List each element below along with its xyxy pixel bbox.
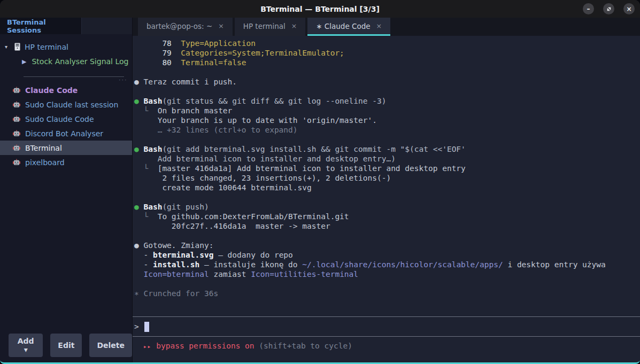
robot-icon <box>13 130 20 137</box>
terminal-line: 78 Type=Application <box>134 38 640 48</box>
tree-item-label: HP terminal <box>25 43 68 51</box>
tab-label: ∗ Claude Code <box>316 22 370 30</box>
terminal-line: 80 Terminal=false <box>134 58 640 67</box>
minimize-button[interactable]: – <box>583 3 594 14</box>
terminal-line: 20fc27f..416da1a master -> master <box>134 221 640 231</box>
sessions-sidebar: BTerminal Sessions ▾ HP terminal ▶ Stock… <box>0 18 133 362</box>
sidebar-buttons: Add ▾ Edit Delete <box>0 334 132 362</box>
terminal-line: … +32 lines (ctrl+o to expand) <box>134 125 640 135</box>
terminal-line: ● Bash(git add bterminal.svg install.sh … <box>134 144 640 154</box>
sidebar-header-row: BTerminal Sessions <box>0 18 132 34</box>
session-item-sudo-claude-last-session[interactable]: Sudo Claude last session <box>0 97 132 112</box>
terminal-line: Your branch is up to date with 'origin/m… <box>134 115 640 125</box>
sidebar-header: BTerminal Sessions <box>0 18 82 34</box>
session-item-label: Sudo Claude last session <box>25 100 118 109</box>
terminal-line: 2 files changed, 23 insertions(+), 2 del… <box>134 173 640 183</box>
play-icon: ▶ <box>22 58 26 65</box>
terminal-line: ● Bash(git status && git diff && git log… <box>134 96 640 106</box>
session-list: Claude CodeSudo Claude last sessionSudo … <box>0 83 132 169</box>
terminal-line <box>134 67 640 77</box>
robot-icon <box>13 101 20 109</box>
session-item-label: pixelboard <box>25 158 65 167</box>
terminal-line <box>134 231 640 241</box>
tab-close-icon[interactable]: × <box>218 22 223 30</box>
close-icon: × <box>626 6 631 12</box>
session-tree: ▾ HP terminal ▶ Stock Analyser Signal Lo… <box>0 34 132 82</box>
terminal-line: └ On branch master <box>134 106 640 115</box>
terminal-line: create mode 100644 bterminal.svg <box>134 183 640 192</box>
sidebar-header-label: BTerminal Sessions <box>7 18 81 34</box>
text-cursor <box>144 322 149 332</box>
window-controls: – × <box>583 0 635 18</box>
terminal-statusbar: ▸▸ bypass permissions on (shift+tab to c… <box>133 337 640 362</box>
terminal-line: 79 Categories=System;TerminalEmulator; <box>134 48 640 58</box>
maximize-button[interactable] <box>603 3 614 14</box>
window-titlebar: BTerminal — BTerminal [3/3] – × <box>0 0 640 18</box>
sidebar-spacer <box>0 169 132 334</box>
robot-icon <box>13 115 20 123</box>
tab-close-icon[interactable]: × <box>291 22 297 30</box>
terminal-line <box>134 135 640 144</box>
tree-item-hp-terminal[interactable]: ▾ HP terminal <box>0 40 132 54</box>
terminal-line: Icon=bterminal zamiast Icon=utilities-te… <box>134 269 640 279</box>
caret-down-icon[interactable]: ▾ <box>5 44 10 50</box>
terminal-line: ● Bash(git push) <box>134 202 640 212</box>
edit-button[interactable]: Edit <box>50 334 82 357</box>
robot-icon <box>13 87 20 94</box>
terminal-line: ● Teraz commit i push. <box>134 77 640 87</box>
terminal-line: └ [master 416da1a] Add bterminal icon to… <box>134 164 640 173</box>
robot-icon <box>13 144 20 152</box>
sidebar-divider <box>24 76 124 77</box>
terminal-line: ● Gotowe. Zmiany: <box>134 241 640 250</box>
tab-label: bartek@pop-os: ~ <box>146 22 212 30</box>
tab-claude-code[interactable]: ∗ Claude Code× <box>307 18 390 36</box>
terminal-pane[interactable]: 78 Type=Application 79 Categories=System… <box>133 36 640 362</box>
terminal-line: - install.sh — instaluje ikonę do ~/.loc… <box>134 260 640 269</box>
session-item-pixelboard[interactable]: pixelboard <box>0 155 132 169</box>
delete-button[interactable]: Delete <box>89 334 132 357</box>
terminal-output[interactable]: 78 Type=Application 79 Categories=System… <box>133 36 640 316</box>
tab-bartek-pop-os[interactable]: bartek@pop-os: ~× <box>138 18 233 36</box>
divider-ellipsis-handle[interactable]: ··· <box>119 76 128 83</box>
terminal-line: └ To github.com:DexterFromLab/BTerminal.… <box>134 212 640 221</box>
tab-bar: bartek@pop-os: ~×HP terminal×∗ Claude Co… <box>133 18 640 36</box>
sidebar-divider-wrap: ··· <box>0 72 132 82</box>
session-item-label: Claude Code <box>25 86 78 95</box>
session-item-sudo-claude-code[interactable]: Sudo Claude Code <box>0 112 132 126</box>
tab-hp-terminal[interactable]: HP terminal× <box>235 18 305 36</box>
tab-label: HP terminal <box>243 22 286 30</box>
session-item-claude-code[interactable]: Claude Code <box>0 83 132 97</box>
tree-item-stock-analyser-log[interactable]: ▶ Stock Analyser Signal Log <box>0 54 132 69</box>
terminal-line <box>134 192 640 202</box>
robot-icon <box>13 159 20 166</box>
session-item-label: Discord Bot Analyser <box>25 129 103 138</box>
window-title: BTerminal — BTerminal [3/3] <box>260 5 380 13</box>
terminal-line <box>134 87 640 96</box>
command-input[interactable]: > <box>133 316 640 337</box>
terminal-line <box>134 279 640 289</box>
session-item-discord-bot-analyser[interactable]: Discord Bot Analyser <box>0 126 132 141</box>
computer-icon <box>14 43 20 51</box>
minimize-icon: – <box>587 6 590 12</box>
prompt-icon: > <box>134 322 139 331</box>
maximize-icon <box>606 6 612 12</box>
session-item-label: Sudo Claude Code <box>25 115 94 123</box>
terminal-line: - bterminal.svg — dodany do repo <box>134 250 640 260</box>
terminal-line: Add bterminal icon to installer and desk… <box>134 154 640 164</box>
tree-item-label: Stock Analyser Signal Log <box>32 57 128 66</box>
app-window: BTerminal — BTerminal [3/3] – × BTermina… <box>0 0 640 364</box>
terminal-line: ∗ Crunched for 36s <box>134 289 640 298</box>
permission-mode-label: bypass permissions on <box>156 342 254 350</box>
sidebar-header-rest <box>82 18 132 34</box>
add-button[interactable]: Add ▾ <box>9 334 43 357</box>
double-arrow-icon: ▸▸ <box>143 342 151 350</box>
tab-close-icon[interactable]: × <box>376 22 382 30</box>
session-item-bterminal[interactable]: BTerminal <box>0 141 132 155</box>
close-button[interactable]: × <box>623 3 635 14</box>
permission-mode-hint: (shift+tab to cycle) <box>255 342 352 350</box>
session-item-label: BTerminal <box>25 144 62 152</box>
